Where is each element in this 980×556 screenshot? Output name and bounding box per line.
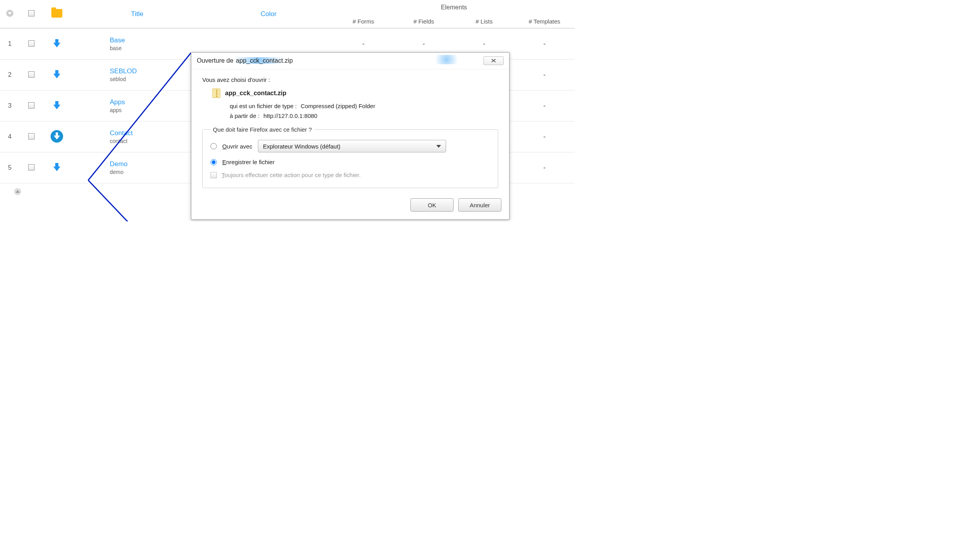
row-templates: - — [514, 121, 575, 152]
sort-up-icon[interactable] — [14, 188, 21, 195]
row-title-link[interactable]: Base — [110, 36, 201, 44]
row-checkbox[interactable] — [28, 164, 34, 170]
row-number: 4 — [0, 121, 20, 152]
save-file-radio[interactable] — [211, 159, 217, 165]
title-highlight-blot — [431, 55, 462, 64]
header-lists: # Lists — [454, 15, 514, 28]
header-templates: # Templates — [514, 15, 575, 28]
header-title[interactable]: Title — [71, 0, 204, 28]
zip-icon — [212, 89, 220, 98]
dialog-chosen-label: Vous avez choisi d'ouvrir : — [202, 76, 498, 83]
row-title-link[interactable]: SEBLOD — [110, 67, 201, 75]
chevron-down-icon — [436, 145, 441, 148]
row-slug: demo — [110, 169, 201, 175]
row-number: 3 — [0, 91, 20, 121]
row-slug: apps — [110, 107, 201, 113]
row-checkbox[interactable] — [28, 102, 34, 109]
close-button[interactable]: ✕ — [483, 56, 504, 65]
open-with-select[interactable]: Explorateur Windows (défaut) — [258, 140, 446, 152]
open-with-radio[interactable] — [211, 143, 217, 149]
row-checkbox[interactable] — [28, 40, 34, 47]
row-templates: - — [514, 28, 575, 60]
download-icon[interactable] — [54, 70, 60, 79]
row-number: 1 — [0, 28, 20, 60]
row-slug: base — [110, 45, 201, 51]
row-slug: seblod — [110, 76, 201, 82]
row-templates: - — [514, 152, 575, 183]
header-forms: # Forms — [333, 15, 394, 28]
dialog-filename: app_cck_contact.zip — [225, 90, 287, 97]
header-elements: Elements — [333, 0, 575, 15]
row-title-link[interactable]: Contact — [110, 129, 201, 137]
row-number: 5 — [0, 152, 20, 183]
folder-icon — [51, 9, 62, 18]
save-file-label[interactable]: Enregistrer le fichier — [222, 159, 274, 165]
download-dialog: Ouverture de app_cck_contact.zip ✕ Vous … — [191, 52, 510, 220]
header-color[interactable]: Color — [204, 0, 333, 28]
row-templates: - — [514, 91, 575, 121]
always-label: Toujours effectuer cette action pour ce … — [221, 172, 361, 178]
dialog-question: Que doit faire Firefox avec ce fichier ? — [211, 126, 314, 133]
open-with-label[interactable]: Ouvrir avec — [222, 143, 252, 150]
row-slug: contact — [110, 138, 201, 144]
dialog-type-line: qui est un fichier de type : Compressed … — [230, 103, 498, 109]
ok-button[interactable]: OK — [410, 198, 454, 212]
sort-icon[interactable] — [6, 10, 13, 17]
row-checkbox[interactable] — [28, 71, 34, 78]
download-icon[interactable] — [51, 130, 63, 143]
row-title-link[interactable]: Demo — [110, 160, 201, 168]
row-title-link[interactable]: Apps — [110, 98, 201, 106]
always-checkbox[interactable] — [211, 172, 217, 178]
row-checkbox[interactable] — [28, 133, 34, 139]
download-icon[interactable] — [54, 39, 60, 48]
download-icon[interactable] — [54, 163, 60, 172]
header-fields: # Fields — [394, 15, 454, 28]
row-number: 2 — [0, 60, 20, 91]
dialog-title: Ouverture de app_cck_contact.zip — [197, 57, 294, 64]
cancel-button[interactable]: Annuler — [458, 198, 501, 212]
select-all-checkbox[interactable] — [28, 10, 34, 16]
row-templates: - — [514, 60, 575, 91]
dialog-from-line: à partir de : http://127.0.0.1:8080 — [230, 112, 498, 119]
download-icon[interactable] — [54, 101, 60, 110]
